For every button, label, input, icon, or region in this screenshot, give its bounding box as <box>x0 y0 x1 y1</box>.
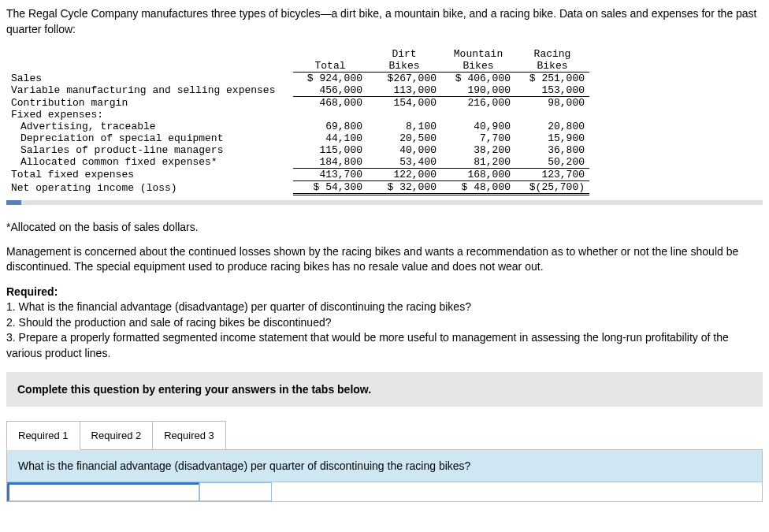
row-salaries: Salaries of product-line managers 115,00… <box>6 144 589 156</box>
answer-input-value[interactable] <box>199 482 272 501</box>
col-racing-1: Racing <box>515 48 589 60</box>
row-total-fixed: Total fixed expenses 413,700 122,000 168… <box>6 169 589 181</box>
answer-row <box>6 482 763 502</box>
tab-required-1[interactable]: Required 1 <box>6 421 80 450</box>
row-variable-expenses: Variable manufacturing and selling expen… <box>6 84 589 97</box>
col-mountain-1: Mountain <box>441 48 515 60</box>
required-heading: Required: <box>6 285 763 298</box>
col-total: Total <box>293 60 367 73</box>
row-advertising: Advertising, traceable 69,800 8,100 40,9… <box>6 121 589 132</box>
answer-input-label[interactable] <box>7 482 199 501</box>
col-dirt-1: Dirt <box>367 48 441 60</box>
col-racing-2: Bikes <box>515 60 589 73</box>
financial-table: Dirt Mountain Racing Total Bikes Bikes B… <box>6 48 589 195</box>
tabs: Required 1 Required 2 Required 3 <box>6 421 763 450</box>
required-list: 1. What is the financial advantage (disa… <box>6 299 763 361</box>
row-depreciation: Depreciation of special equipment 44,100… <box>6 132 589 144</box>
problem-intro: The Regal Cycle Company manufactures thr… <box>6 6 763 37</box>
tab-required-2[interactable]: Required 2 <box>80 421 154 450</box>
row-fixed-header: Fixed expenses: <box>6 109 589 121</box>
management-paragraph: Management is concerned about the contin… <box>6 244 763 274</box>
row-allocated: Allocated common fixed expenses* 184,800… <box>6 156 589 169</box>
required-1: 1. What is the financial advantage (disa… <box>6 299 763 315</box>
required-2: 2. Should the production and sale of rac… <box>6 315 763 331</box>
row-contribution-margin: Contribution margin 468,000 154,000 216,… <box>6 97 589 110</box>
row-net-operating-income: Net operating income (loss) $ 54,300 $ 3… <box>6 181 589 195</box>
instruction-band: Complete this question by entering your … <box>6 372 763 407</box>
question-band: What is the financial advantage (disadva… <box>6 449 763 482</box>
footnote: *Allocated on the basis of sales dollars… <box>6 221 763 233</box>
row-sales: Sales $ 924,000 $267,000 $ 406,000 $ 251… <box>6 73 589 85</box>
col-dirt-2: Bikes <box>367 60 441 73</box>
required-3: 3. Prepare a properly formatted segmente… <box>6 330 763 361</box>
tab-required-3[interactable]: Required 3 <box>152 421 226 450</box>
col-mountain-2: Bikes <box>441 60 515 73</box>
progress-bar <box>6 200 763 205</box>
